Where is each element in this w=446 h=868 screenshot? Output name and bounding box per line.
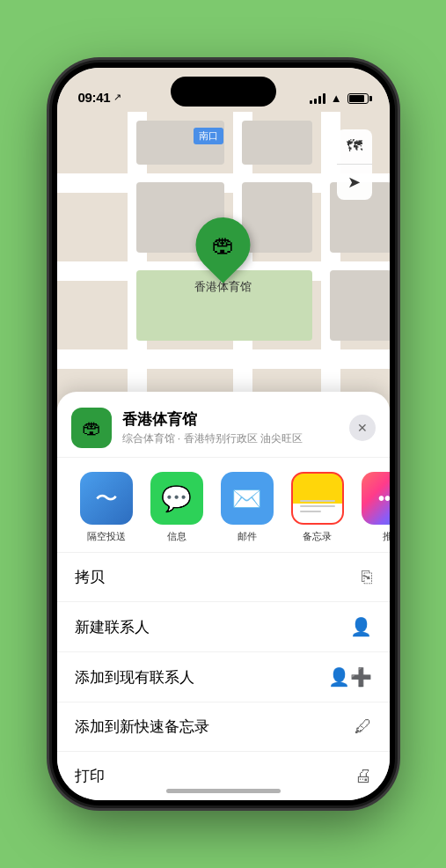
action-list: 拷贝 ⎘ 新建联系人 👤 添加到现有联系人 👤➕ 添加到新快速备忘录 🖊 打印 bbox=[57, 553, 390, 800]
action-print-label: 打印 bbox=[75, 766, 105, 786]
map-view-toggle[interactable]: 🗺 bbox=[337, 129, 372, 165]
venue-info: 香港体育馆 综合体育馆 · 香港特别行政区 油尖旺区 bbox=[122, 409, 339, 446]
share-message[interactable]: 💬 信息 bbox=[142, 472, 212, 543]
message-icon: 💬 bbox=[150, 472, 203, 525]
signal-bars bbox=[310, 93, 325, 104]
action-new-contact[interactable]: 新建联系人 👤 bbox=[57, 602, 390, 652]
home-indicator bbox=[166, 789, 281, 793]
close-icon: ✕ bbox=[357, 421, 368, 435]
venue-pin: 🏟 香港体育馆 bbox=[194, 217, 252, 295]
action-add-existing-label: 添加到现有联系人 bbox=[75, 667, 194, 688]
add-contact-icon: 👤➕ bbox=[328, 666, 372, 688]
more-icon: ••• bbox=[362, 472, 390, 525]
status-time: 09:41 bbox=[78, 90, 111, 105]
quick-note-icon: 🖊 bbox=[355, 717, 372, 737]
venue-icon: 🏟 bbox=[71, 408, 112, 448]
status-icons: ▲ bbox=[310, 92, 369, 105]
south-gate-label-text: 南口 bbox=[199, 130, 218, 141]
action-copy-label: 拷贝 bbox=[75, 567, 105, 587]
notes-icon bbox=[291, 472, 344, 525]
pin-icon: 🏟 bbox=[212, 232, 235, 259]
share-airdrop[interactable]: 〜 隔空投送 bbox=[71, 472, 142, 543]
map-controls: 🗺 ➤ bbox=[337, 129, 372, 200]
dynamic-island bbox=[171, 77, 276, 107]
venue-emoji: 🏟 bbox=[82, 416, 101, 439]
mail-icon: ✉️ bbox=[221, 472, 274, 525]
sheet-header: 🏟 香港体育馆 综合体育馆 · 香港特别行政区 油尖旺区 ✕ bbox=[57, 392, 390, 458]
venue-name: 香港体育馆 bbox=[122, 409, 339, 430]
battery-icon bbox=[347, 93, 369, 104]
copy-icon: ⎘ bbox=[362, 567, 372, 587]
share-notes[interactable]: 备忘录 bbox=[282, 472, 353, 543]
close-button[interactable]: ✕ bbox=[349, 415, 376, 441]
action-add-quick-note-label: 添加到新快速备忘录 bbox=[75, 717, 209, 737]
action-add-quick-note[interactable]: 添加到新快速备忘录 🖊 bbox=[57, 702, 390, 752]
venue-desc: 综合体育馆 · 香港特别行政区 油尖旺区 bbox=[122, 431, 339, 446]
print-icon: 🖨 bbox=[355, 766, 372, 786]
location-arrow-icon: ↗ bbox=[113, 92, 121, 103]
wifi-icon: ▲ bbox=[331, 92, 342, 105]
message-label: 信息 bbox=[167, 530, 186, 543]
share-mail[interactable]: ✉️ 邮件 bbox=[212, 472, 282, 543]
bottom-sheet: 🏟 香港体育馆 综合体育馆 · 香港特别行政区 油尖旺区 ✕ 〜 隔空投送 bbox=[57, 392, 390, 800]
mail-label: 邮件 bbox=[238, 530, 257, 543]
map-south-gate-label: 南口 bbox=[194, 128, 223, 144]
share-more[interactable]: ••• 推 bbox=[353, 472, 390, 543]
notes-label: 备忘录 bbox=[303, 530, 332, 543]
new-contact-icon: 👤 bbox=[350, 616, 372, 637]
notes-lines bbox=[300, 500, 335, 516]
airdrop-icon: 〜 bbox=[80, 472, 133, 525]
action-copy[interactable]: 拷贝 ⎘ bbox=[57, 553, 390, 602]
action-add-existing-contact[interactable]: 添加到现有联系人 👤➕ bbox=[57, 652, 390, 702]
action-new-contact-label: 新建联系人 bbox=[75, 617, 150, 637]
map-location-btn[interactable]: ➤ bbox=[337, 165, 372, 200]
phone-screen: 09:41 ↗ ▲ bbox=[57, 68, 390, 800]
share-row: 〜 隔空投送 💬 信息 ✉️ 邮件 bbox=[57, 458, 390, 553]
phone-frame: 09:41 ↗ ▲ bbox=[52, 63, 395, 805]
map-background: 南口 🗺 ➤ 🏟 香港体育馆 bbox=[57, 68, 390, 438]
airdrop-label: 隔空投送 bbox=[87, 530, 126, 543]
more-label: 推 bbox=[383, 530, 390, 543]
pin-circle: 🏟 bbox=[185, 206, 262, 283]
